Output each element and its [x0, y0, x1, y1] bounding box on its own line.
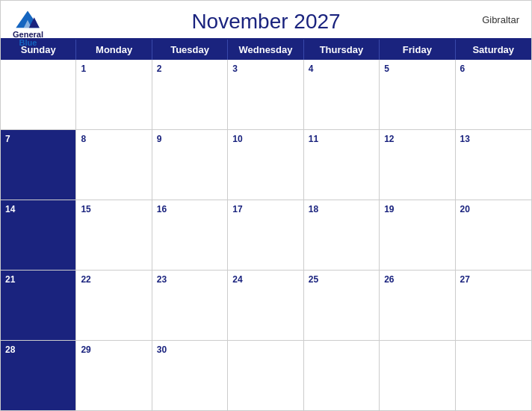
day-number: 9 [157, 133, 162, 146]
week-row: 282930 [1, 341, 531, 410]
day-cell: 14 [1, 200, 76, 270]
day-number: 27 [460, 274, 470, 286]
day-number: 4 [309, 63, 314, 75]
day-number: 13 [460, 133, 470, 146]
day-cell: 27 [456, 271, 531, 340]
week-row: 78910111213 [1, 130, 531, 200]
day-number: 8 [81, 133, 86, 146]
day-cell: 20 [456, 200, 531, 270]
day-cell: 15 [76, 200, 152, 270]
day-number: 24 [232, 274, 242, 286]
day-cell [380, 341, 455, 410]
day-headers: SundayMondayTuesdayWednesdayThursdayFrid… [1, 40, 531, 60]
day-number: 18 [309, 203, 318, 216]
day-number: 16 [157, 203, 167, 216]
day-cell: 9 [152, 130, 228, 200]
day-cell: 30 [152, 341, 228, 410]
day-cell: 18 [304, 200, 380, 270]
day-number: 11 [309, 133, 318, 146]
week-row: 14151617181920 [1, 200, 531, 271]
day-number: 12 [384, 133, 394, 146]
region-label: Gibraltar [482, 14, 519, 25]
day-number: 3 [232, 63, 238, 75]
day-number: 6 [460, 63, 466, 75]
day-header-saturday: Saturday [456, 40, 531, 60]
day-cell [228, 341, 303, 410]
day-cell: 23 [152, 271, 228, 340]
month-title: November 2027 [191, 10, 340, 34]
week-row: 123456 [1, 60, 531, 130]
logo-icon [14, 8, 41, 29]
day-cell: 5 [380, 60, 455, 129]
day-cell: 19 [380, 200, 455, 270]
day-header-friday: Friday [380, 40, 455, 60]
calendar-container: General Blue November 2027 Gibraltar Sun… [0, 0, 532, 411]
day-cell: 10 [228, 130, 303, 200]
day-number: 20 [460, 203, 470, 216]
day-number: 5 [384, 63, 389, 75]
day-number: 15 [81, 203, 90, 216]
day-number: 7 [5, 133, 10, 146]
day-cell [456, 341, 531, 410]
day-number: 30 [157, 344, 167, 356]
day-number: 1 [81, 63, 86, 75]
day-cell: 28 [1, 341, 76, 410]
day-cell: 4 [304, 60, 380, 129]
day-cell: 13 [456, 130, 531, 200]
day-cell: 25 [304, 271, 380, 340]
day-cell: 17 [228, 200, 303, 270]
day-number: 26 [384, 274, 394, 286]
day-number: 23 [157, 274, 167, 286]
day-cell: 11 [304, 130, 380, 200]
day-cell: 8 [76, 130, 152, 200]
day-cell: 1 [76, 60, 152, 129]
weeks: 1234567891011121314151617181920212223242… [1, 60, 531, 410]
day-header-tuesday: Tuesday [152, 40, 228, 60]
logo: General Blue [13, 8, 43, 47]
day-cell: 29 [76, 341, 152, 410]
day-cell: 6 [456, 60, 531, 129]
day-header-thursday: Thursday [304, 40, 380, 60]
day-number: 28 [5, 344, 15, 356]
day-number: 17 [232, 203, 242, 216]
day-number: 22 [81, 274, 90, 286]
day-number: 21 [5, 274, 15, 286]
day-cell [304, 341, 380, 410]
day-number: 25 [309, 274, 318, 286]
day-cell: 16 [152, 200, 228, 270]
day-header-wednesday: Wednesday [228, 40, 303, 60]
day-cell: 24 [228, 271, 303, 340]
day-cell: 12 [380, 130, 455, 200]
day-cell: 22 [76, 271, 152, 340]
day-cell: 7 [1, 130, 76, 200]
day-cell: 3 [228, 60, 303, 129]
day-number: 14 [5, 203, 15, 216]
day-number: 2 [157, 63, 162, 75]
day-cell [1, 60, 76, 129]
calendar-grid: SundayMondayTuesdayWednesdayThursdayFrid… [1, 38, 531, 410]
day-header-monday: Monday [76, 40, 152, 60]
day-cell: 26 [380, 271, 455, 340]
logo-line2: Blue [19, 39, 37, 47]
day-number: 29 [81, 344, 90, 356]
day-cell: 2 [152, 60, 228, 129]
day-number: 10 [232, 133, 242, 146]
calendar-header: General Blue November 2027 Gibraltar [1, 1, 531, 38]
day-cell: 21 [1, 271, 76, 340]
day-number: 19 [384, 203, 394, 216]
week-row: 21222324252627 [1, 271, 531, 341]
